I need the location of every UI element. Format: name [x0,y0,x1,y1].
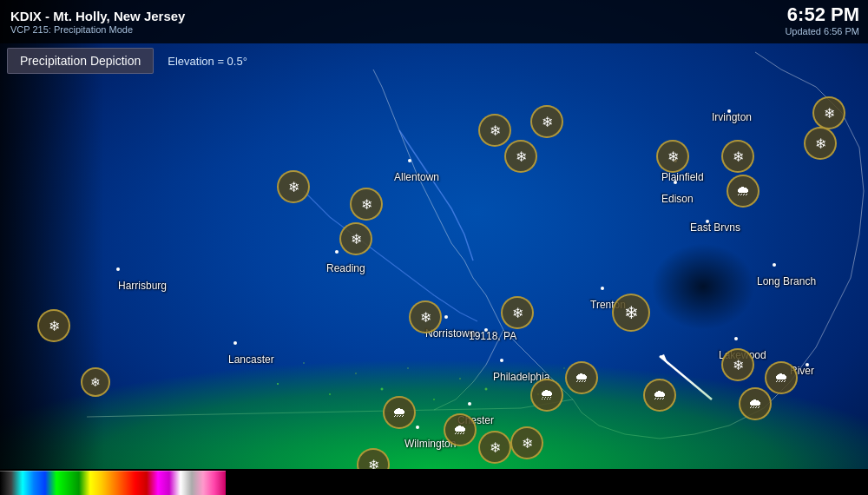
wx-icon-icon15[interactable]: 🌧 [727,175,760,208]
updated-time: Updated 6:56 PM [785,26,859,36]
wx-icon-icon25[interactable]: 🌧 [765,361,798,394]
wx-icon-icon19[interactable]: 🌧 [383,396,416,429]
bottom-strip [0,471,868,495]
wx-icon-icon10[interactable]: ❄ [612,294,650,332]
wx-icon-icon13[interactable]: ❄ [804,127,837,160]
wx-icon-icon5[interactable]: ❄ [478,114,511,147]
wx-icon-icon18[interactable]: 🌨 [530,379,563,412]
storm-cell [651,243,755,330]
wx-icon-icon17[interactable]: 🌧 [565,361,598,394]
wx-icon-icon24[interactable]: ❄ [721,348,754,381]
wx-icon-icon4[interactable]: ❄ [350,188,383,221]
vcp-label: VCP 215: Precipitation Mode [10,24,858,35]
wx-icon-icon27[interactable]: ❄ [510,426,543,459]
wx-icon-icon3[interactable]: ❄ [277,170,310,203]
wx-icon-icon12[interactable]: ❄ [721,140,754,173]
precip-speckle [174,321,694,426]
wx-icon-icon1[interactable]: ❄ [37,309,70,342]
current-time: 6:52 PM [785,3,859,26]
time-display: 6:52 PM Updated 6:56 PM [785,3,859,36]
wx-icon-icon2[interactable]: ❄ [81,367,110,397]
wx-icon-icon7[interactable]: ❄ [504,140,537,173]
radar-color-scale [0,471,226,495]
header-bar: KDIX - Mt. Holly, New Jersey VCP 215: Pr… [0,0,868,43]
wx-icon-icon11[interactable]: ❄ [656,140,689,173]
wx-icon-icon6[interactable]: ❄ [530,105,563,138]
station-title: KDIX - Mt. Holly, New Jersey [10,9,858,23]
wx-icon-icon20[interactable]: 🌧 [444,413,477,446]
wx-icon-icon21[interactable]: ❄ [478,431,511,464]
control-bar: Precipitation Depiction Elevation = 0.5° [0,43,868,78]
wx-icon-icon23[interactable]: ❄ [409,300,442,333]
wx-icon-icon8[interactable]: ❄ [339,222,372,255]
precip-depiction-button[interactable]: Precipitation Depiction [7,48,154,74]
wx-icon-icon14[interactable]: ❄ [812,96,845,129]
elevation-label: Elevation = 0.5° [168,55,247,68]
wx-icon-icon16[interactable]: 🌧 [643,379,676,412]
wx-icon-icon9[interactable]: ❄ [501,296,534,329]
wx-icon-icon26[interactable]: 🌧 [739,387,772,420]
